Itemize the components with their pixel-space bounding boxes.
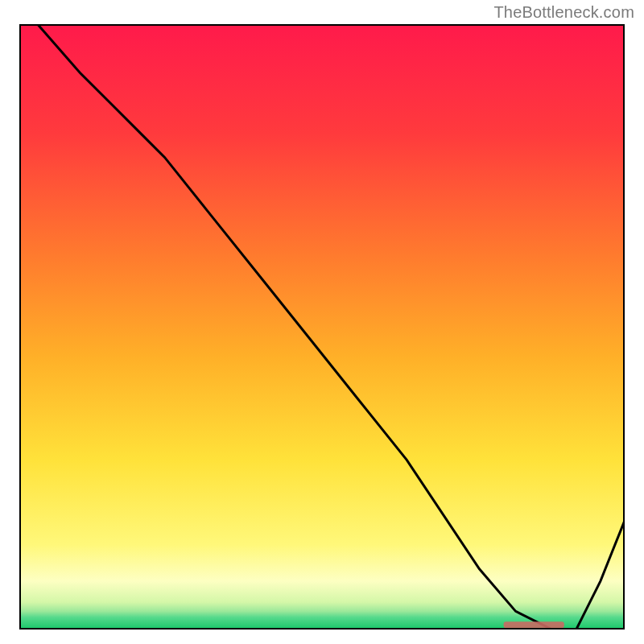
bottleneck-curve (38, 24, 625, 630)
attribution-text: TheBottleneck.com (493, 3, 634, 22)
optimal-range-marker (504, 621, 564, 628)
chart-overlay (19, 24, 625, 630)
